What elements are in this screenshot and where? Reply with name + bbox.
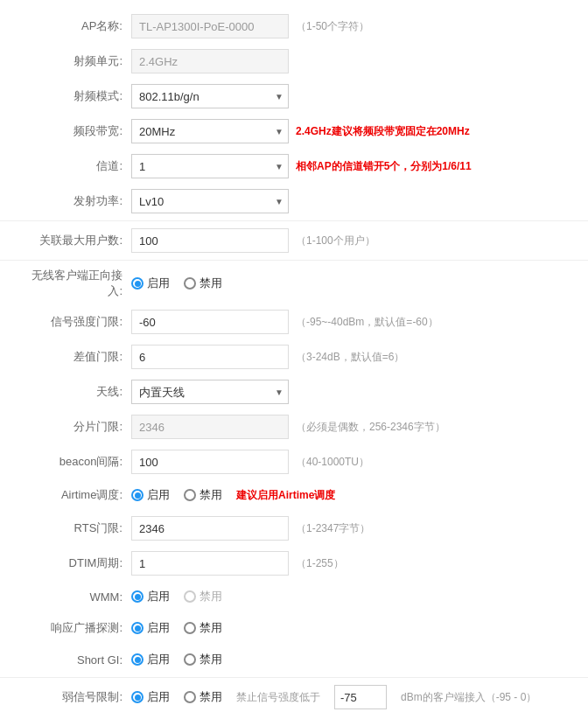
probe-label: 响应广播探测: — [18, 620, 131, 636]
sta-forward-label: 无线客户端正向接入: — [18, 268, 131, 299]
tx-power-control: Lv1 Lv5 Lv10 ▼ — [131, 189, 570, 213]
diff-threshold-hint: （3-24dB，默认值=6） — [296, 350, 404, 365]
airtime-control: 启用 禁用 建议启用Airtime调度 — [131, 487, 570, 503]
beacon-label: beacon间隔: — [18, 454, 131, 470]
probe-control: 启用 禁用 — [131, 620, 570, 636]
ap-name-input[interactable] — [131, 14, 289, 38]
max-users-row: 关联最大用户数: （1-100个用户） — [0, 223, 588, 258]
diff-threshold-input[interactable] — [131, 345, 289, 369]
short-gi-enable-radio[interactable]: 启用 — [131, 652, 170, 667]
weak-kick-row: 弱信号踢除: 启用 禁用 踢除信号强度低于 dBm的客户端（-95 - 0） — [0, 715, 588, 719]
probe-disable-circle — [184, 622, 196, 634]
radio-mode-select-wrap: 802.11b/g/n 802.11a/n/ac 802.11n ▼ — [131, 84, 289, 108]
weak-limit-disable-label: 禁用 — [200, 689, 222, 705]
wmm-enable-label: 启用 — [147, 589, 170, 604]
ap-name-control: （1-50个字符） — [131, 14, 570, 38]
tx-power-label: 发射功率: — [18, 193, 131, 209]
radio-unit-row: 射频单元: — [0, 44, 588, 79]
weak-limit-control: 启用 禁用 禁止信号强度低于 dBm的客户端接入（-95 - 0） — [131, 685, 570, 709]
short-gi-label: Short GI: — [18, 653, 131, 667]
sta-forward-control: 启用 禁用 — [131, 276, 570, 291]
airtime-disable-radio[interactable]: 禁用 — [184, 487, 222, 503]
channel-select-wrap: 1 6 11 ▼ — [131, 154, 289, 178]
signal-threshold-label: 信号强度门限: — [18, 314, 131, 330]
sta-forward-disable-radio[interactable]: 禁用 — [184, 276, 222, 291]
ap-name-hint: （1-50个字符） — [296, 19, 369, 34]
sta-forward-enable-circle — [131, 277, 144, 290]
bandwidth-row: 频段带宽: 20MHz 40MHz ▼ 2.4GHz建议将频段带宽固定在20MH… — [0, 114, 588, 149]
bandwidth-control: 20MHz 40MHz ▼ 2.4GHz建议将频段带宽固定在20MHz — [131, 119, 570, 143]
short-gi-enable-label: 启用 — [147, 652, 170, 667]
signal-threshold-row: 信号强度门限: （-95~-40dBm，默认值=-60） — [0, 304, 588, 339]
beacon-input[interactable] — [131, 450, 289, 474]
probe-disable-radio[interactable]: 禁用 — [184, 620, 222, 636]
rts-input[interactable] — [131, 516, 289, 541]
sta-forward-enable-radio[interactable]: 启用 — [131, 276, 170, 291]
radio-mode-row: 射频模式: 802.11b/g/n 802.11a/n/ac 802.11n ▼ — [0, 79, 588, 114]
dtim-input[interactable] — [131, 551, 289, 576]
wmm-label: WMM: — [18, 590, 131, 604]
probe-enable-label: 启用 — [147, 620, 170, 636]
airtime-enable-label: 启用 — [147, 487, 170, 503]
wmm-control: 启用 禁用 — [131, 589, 570, 604]
probe-enable-circle — [131, 622, 144, 634]
ap-name-row: AP名称: （1-50个字符） — [0, 9, 588, 44]
short-gi-disable-label: 禁用 — [200, 652, 222, 667]
fragment-control: （必须是偶数，256-2346字节） — [131, 415, 570, 439]
beacon-row: beacon间隔: （40-1000TU） — [0, 444, 588, 479]
airtime-label: Airtime调度: — [18, 487, 131, 503]
sta-forward-enable-label: 启用 — [147, 276, 170, 291]
diff-threshold-label: 差值门限: — [18, 349, 131, 365]
fragment-input — [131, 415, 289, 439]
weak-limit-input[interactable] — [334, 685, 387, 709]
short-gi-disable-circle — [184, 653, 196, 666]
diff-threshold-control: （3-24dB，默认值=6） — [131, 345, 570, 369]
fragment-row: 分片门限: （必须是偶数，256-2346字节） — [0, 409, 588, 444]
bandwidth-select[interactable]: 20MHz 40MHz — [131, 119, 289, 143]
airtime-disable-label: 禁用 — [200, 487, 222, 503]
weak-limit-row: 弱信号限制: 启用 禁用 禁止信号强度低于 dBm的客户端接入（-95 - 0） — [0, 680, 588, 715]
wmm-disable-radio[interactable]: 禁用 — [184, 589, 222, 604]
rts-hint: （1-2347字节） — [296, 521, 370, 536]
airtime-enable-radio[interactable]: 启用 — [131, 487, 170, 503]
airtime-row: Airtime调度: 启用 禁用 建议启用Airtime调度 — [0, 479, 588, 511]
antenna-control: 内置天线 外置天线 ▼ — [131, 380, 570, 404]
antenna-select[interactable]: 内置天线 外置天线 — [131, 380, 289, 404]
weak-limit-disable-circle — [184, 691, 196, 703]
weak-limit-disable-radio[interactable]: 禁用 — [184, 689, 222, 705]
antenna-row: 天线: 内置天线 外置天线 ▼ — [0, 374, 588, 409]
max-users-hint: （1-100个用户） — [296, 234, 375, 248]
airtime-enable-circle — [131, 489, 144, 501]
short-gi-row: Short GI: 启用 禁用 — [0, 644, 588, 675]
antenna-select-wrap: 内置天线 外置天线 ▼ — [131, 380, 289, 404]
max-users-input[interactable] — [131, 228, 289, 253]
radio-mode-control: 802.11b/g/n 802.11a/n/ac 802.11n ▼ — [131, 84, 570, 108]
short-gi-disable-radio[interactable]: 禁用 — [184, 652, 222, 667]
probe-enable-radio[interactable]: 启用 — [131, 620, 170, 636]
radio-mode-select[interactable]: 802.11b/g/n 802.11a/n/ac 802.11n — [131, 84, 289, 108]
tx-power-select[interactable]: Lv1 Lv5 Lv10 — [131, 189, 289, 213]
fragment-label: 分片门限: — [18, 419, 131, 435]
ap-name-label: AP名称: — [18, 18, 131, 34]
fragment-hint: （必须是偶数，256-2346字节） — [296, 420, 445, 435]
wmm-disable-circle — [184, 590, 196, 603]
wmm-enable-radio[interactable]: 启用 — [131, 589, 170, 604]
signal-threshold-input[interactable] — [131, 310, 289, 334]
rts-control: （1-2347字节） — [131, 516, 570, 541]
dtim-label: DTIM周期: — [18, 555, 131, 571]
beacon-hint: （40-1000TU） — [296, 455, 369, 470]
bandwidth-label: 频段带宽: — [18, 123, 131, 139]
wmm-row: WMM: 启用 禁用 — [0, 581, 588, 612]
dtim-hint: （1-255） — [296, 556, 344, 571]
bandwidth-hint: 2.4GHz建议将频段带宽固定在20MHz — [296, 124, 470, 139]
airtime-disable-circle — [184, 489, 196, 501]
dtim-control: （1-255） — [131, 551, 570, 576]
probe-disable-label: 禁用 — [200, 620, 222, 636]
wmm-disable-label: 禁用 — [200, 589, 222, 604]
weak-limit-label: 弱信号限制: — [18, 689, 131, 705]
short-gi-enable-circle — [131, 653, 144, 666]
rts-row: RTS门限: （1-2347字节） — [0, 511, 588, 546]
weak-limit-enable-radio[interactable]: 启用 — [131, 689, 170, 705]
channel-select[interactable]: 1 6 11 — [131, 154, 289, 178]
weak-limit-enable-label: 启用 — [147, 689, 170, 705]
